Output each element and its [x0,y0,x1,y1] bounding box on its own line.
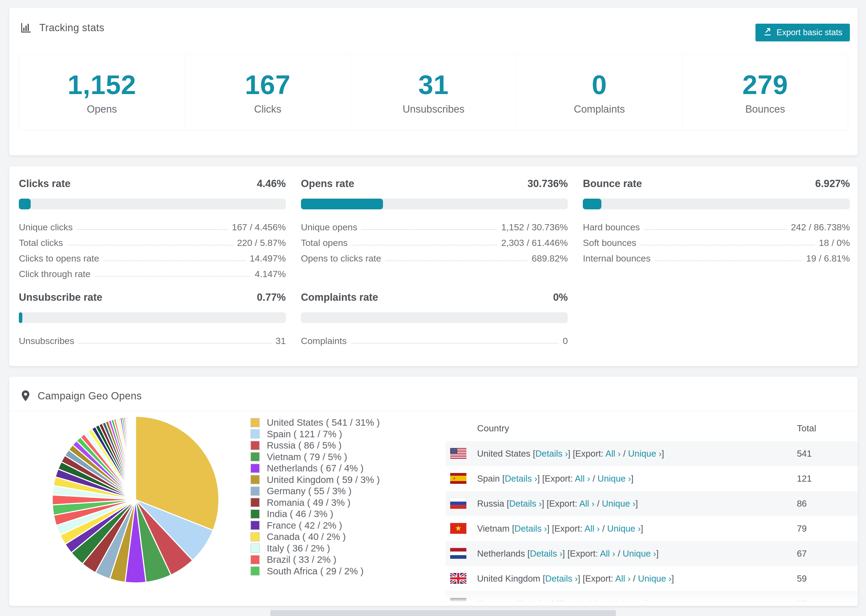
export-unique-link[interactable]: Unique › [602,498,636,509]
legend-swatch [250,486,260,496]
metric-row: Total opens2,303 / 61.446% [301,233,568,248]
legend-swatch [250,498,260,507]
total-value: 67 [797,548,807,559]
export-unique-link[interactable]: Unique › [598,473,631,484]
details-link[interactable]: Details › [515,523,547,533]
export-basic-stats-button[interactable]: Export basic stats [756,24,850,41]
table-row-vietnam: Vietnam [Details ›] [Export: All › / Uni… [446,516,858,541]
export-all-link[interactable]: All › [575,473,590,484]
legend-swatch [250,532,260,542]
metric-label: Unsubscribes [19,336,74,346]
email-tracking-dashboard: Tracking stats Export basic stats 1,152O… [0,0,866,616]
export-unique-link[interactable]: Unique › [638,574,672,583]
legend-item-south-africa[interactable]: South Africa ( 29 / 2% ) [250,566,380,577]
dotted-leader [386,261,527,261]
horizontal-scrollbar[interactable] [270,610,616,616]
export-all-link[interactable]: All › [589,599,604,606]
legend-label: Spain ( 121 / 7% ) [267,429,342,439]
export-all-link[interactable]: All › [584,523,600,533]
legend-item-romania[interactable]: Romania ( 49 / 3% ) [250,497,380,509]
dotted-leader [361,229,497,230]
metric-value: 19 / 6.81% [806,253,850,264]
legend-item-brazil[interactable]: Brazil ( 33 / 2% ) [250,554,380,566]
dotted-leader [94,276,250,277]
export-unique-link[interactable]: Unique › [628,449,661,459]
legend-label: Vietnam ( 79 / 5% ) [267,451,347,462]
tracking-stats-header: Tracking stats [9,8,858,34]
legend-label: Romania ( 49 / 3% ) [267,497,350,508]
legend-item-italy[interactable]: Italy ( 36 / 2% ) [250,543,380,554]
metric-value: 689.82% [532,253,568,264]
export-all-link[interactable]: All › [579,498,595,509]
legend-item-germany[interactable]: Germany ( 55 / 3% ) [250,486,380,497]
stat-value: 279 [742,69,788,100]
legend-swatch [250,429,260,438]
stat-cell-bounces: 279Bounces [682,54,848,130]
legend-label: Canada ( 40 / 2% ) [267,531,346,542]
metric-row: Click through rate4.147% [19,264,286,279]
flag-vn-icon [450,523,466,534]
stat-value: 1,152 [68,69,136,100]
legend-swatch [250,452,260,462]
legend-item-india[interactable]: India ( 46 / 3% ) [250,508,380,520]
metric-label: Hard bounces [583,222,640,233]
rate-value: 0.77% [257,292,286,303]
metric-label: Clicks to opens rate [19,253,99,264]
flag-us-icon [450,448,466,459]
progress-fill [19,312,22,323]
table-row-united-kingdom: United Kingdom [Details ›] [Export: All … [446,566,858,591]
export-all-link[interactable]: All › [615,574,631,583]
metric-row: Total clicks220 / 5.87% [19,233,286,248]
legend-item-vietnam[interactable]: Vietnam ( 79 / 5% ) [250,451,380,463]
progress-fill [19,199,31,209]
legend-swatch [250,544,260,553]
country-cell: Russia [Details ›] [Export: All › / Uniq… [446,498,638,509]
details-link[interactable]: Details › [545,574,578,583]
metric-value: 31 [276,336,286,346]
details-link[interactable]: Details › [505,473,537,484]
export-button-label: Export basic stats [776,28,842,37]
metric-value: 18 / 0% [819,237,850,248]
metric-row: Unique opens1,152 / 30.736% [301,217,568,233]
metric-list: Unsubscribes31 [19,331,286,346]
metric-row: Complaints0 [301,331,568,346]
stat-cell-clicks: 167Clicks [185,54,351,130]
dotted-leader [641,245,815,245]
dotted-leader [644,229,787,230]
table-row-netherlands: Netherlands [Details ›] [Export: All › /… [446,541,858,566]
progress-bar [583,199,850,209]
legend-item-united-kingdom[interactable]: United Kingdom ( 59 / 3% ) [250,474,380,486]
export-unique-link[interactable]: Unique › [611,599,645,606]
legend-item-russia[interactable]: Russia ( 86 / 5% ) [250,440,380,451]
metric-label: Total opens [301,237,348,248]
details-link[interactable]: Details › [530,548,562,558]
legend-item-united-states[interactable]: United States ( 541 / 31% ) [250,417,380,428]
export-unique-link[interactable]: Unique › [623,548,656,558]
details-link[interactable]: Details › [509,498,542,509]
rate-value: 30.736% [527,178,568,190]
legend-swatch [250,464,260,473]
country-cell: Spain [Details ›] [Export: All › / Uniqu… [446,473,633,484]
flag-es-icon [450,473,466,484]
rate-block-clicks-rate: Clicks rate4.46%Unique clicks167 / 4.456… [19,178,286,279]
country-cell: Vietnam [Details ›] [Export: All › / Uni… [446,523,643,534]
export-unique-link[interactable]: Unique › [607,523,641,533]
stat-label: Clicks [254,104,281,115]
rates-grid: Clicks rate4.46%Unique clicks167 / 4.456… [9,166,858,346]
dotted-leader [104,261,246,261]
legend-item-canada[interactable]: Canada ( 40 / 2% ) [250,531,380,543]
details-link[interactable]: Details › [535,449,568,459]
export-all-link[interactable]: All › [600,548,615,558]
legend-item-netherlands[interactable]: Netherlands ( 67 / 4% ) [250,462,380,474]
legend-item-spain[interactable]: Spain ( 121 / 7% ) [250,428,380,440]
legend-item-france[interactable]: France ( 42 / 2% ) [250,520,380,531]
rate-value: 6.927% [815,178,850,190]
export-all-link[interactable]: All › [605,449,621,459]
rate-title-row: Complaints rate0% [301,292,568,303]
table-row-united-states: United States [Details ›] [Export: All ›… [446,441,858,466]
stat-label: Complaints [574,104,625,115]
details-link[interactable]: Details › [518,599,551,606]
bar-chart-icon [20,22,32,34]
metric-value: 242 / 86.738% [791,222,850,233]
page-title: Tracking stats [39,22,104,34]
